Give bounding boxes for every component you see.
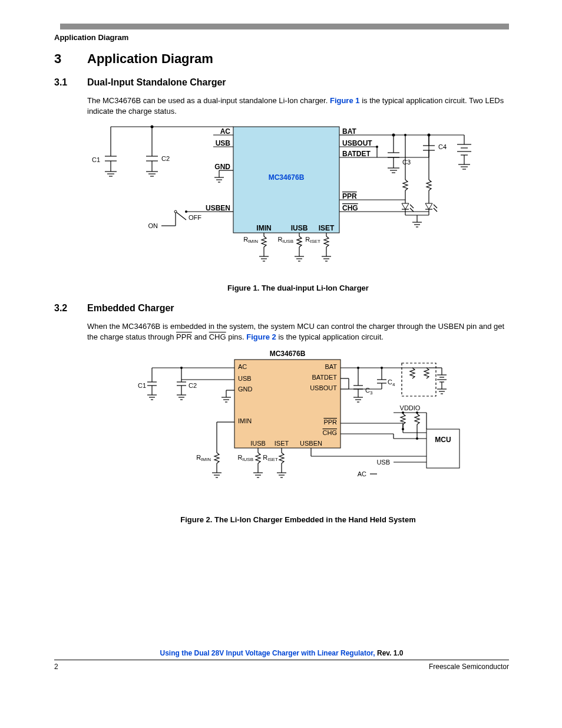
svg-text:RIUSB: RIUSB bbox=[277, 236, 293, 244]
section-title: Application Diagram bbox=[87, 51, 213, 66]
svg-point-52 bbox=[174, 210, 177, 213]
subsection-heading: 3.2Embedded Charger bbox=[54, 303, 509, 314]
header-rule bbox=[60, 24, 509, 29]
svg-line-114 bbox=[434, 205, 437, 208]
svg-rect-217 bbox=[427, 429, 459, 468]
svg-text:C1: C1 bbox=[138, 382, 146, 389]
svg-text:RISET: RISET bbox=[263, 454, 278, 462]
svg-text:AC: AC bbox=[358, 470, 366, 477]
svg-point-227 bbox=[416, 437, 418, 440]
svg-text:MC34676B: MC34676B bbox=[270, 350, 306, 358]
svg-text:GND: GND bbox=[214, 163, 230, 171]
footer-rule bbox=[54, 660, 509, 660]
text: and bbox=[192, 332, 209, 341]
figure-2: MC34676B AC USB GND IMIN BAT BATDET USBO… bbox=[87, 347, 509, 524]
circuit-diagram-1: MC34676B AC USB GND USBEN BAT USBOUT BAT… bbox=[87, 121, 476, 280]
paragraph: The MC34676B can be used as a dual-input… bbox=[87, 95, 509, 116]
subsection-title: Dual-Input Standalone Charger bbox=[87, 77, 226, 87]
svg-text:VDDIO: VDDIO bbox=[400, 404, 421, 411]
svg-text:PPR: PPR bbox=[323, 419, 337, 426]
svg-text:USBEN: USBEN bbox=[300, 440, 322, 447]
svg-point-214 bbox=[416, 411, 418, 414]
svg-text:MCU: MCU bbox=[435, 436, 451, 444]
document-page: Application Diagram 3Application Diagram… bbox=[0, 0, 562, 684]
circuit-diagram-2: MC34676B AC USB GND IMIN BAT BATDET USBO… bbox=[87, 347, 464, 512]
svg-text:GND: GND bbox=[238, 386, 253, 393]
text: is the typical application circuit. bbox=[276, 332, 384, 341]
subsection-number: 3.1 bbox=[54, 77, 87, 88]
svg-text:BATDET: BATDET bbox=[312, 374, 337, 381]
svg-line-115 bbox=[434, 208, 437, 212]
svg-text:USB: USB bbox=[216, 139, 231, 147]
svg-text:ISET: ISET bbox=[319, 224, 335, 232]
section-heading: 3Application Diagram bbox=[54, 51, 509, 67]
svg-point-225 bbox=[402, 428, 404, 430]
svg-text:IUSB: IUSB bbox=[291, 224, 308, 232]
svg-text:BATDET: BATDET bbox=[342, 150, 371, 158]
svg-text:C4: C4 bbox=[438, 143, 447, 150]
figure-xref[interactable]: Figure 1 bbox=[330, 96, 360, 105]
figure-1: MC34676B AC USB GND USBEN BAT USBOUT BAT… bbox=[87, 121, 509, 292]
svg-text:IMIN: IMIN bbox=[256, 224, 271, 232]
company-name: Freescale Semiconductor bbox=[429, 663, 509, 671]
svg-text:C3: C3 bbox=[365, 387, 373, 396]
svg-text:USB: USB bbox=[376, 459, 390, 466]
section-number: 3 bbox=[54, 51, 87, 67]
figure-caption: Figure 1. The dual-input Li-Ion Charger bbox=[87, 284, 509, 292]
svg-line-49 bbox=[176, 212, 186, 220]
page-number: 2 bbox=[54, 663, 58, 671]
subsection-number: 3.2 bbox=[54, 303, 87, 314]
svg-text:BAT: BAT bbox=[325, 363, 337, 370]
svg-text:RISET: RISET bbox=[305, 236, 320, 244]
svg-text:OFF: OFF bbox=[189, 214, 201, 221]
svg-text:RIUSB: RIUSB bbox=[237, 454, 253, 462]
svg-text:C2: C2 bbox=[161, 155, 170, 162]
svg-text:CHG: CHG bbox=[323, 429, 337, 436]
svg-line-107 bbox=[410, 208, 414, 212]
svg-text:MC34676B: MC34676B bbox=[269, 173, 305, 182]
svg-text:C3: C3 bbox=[402, 159, 411, 166]
subsection-title: Embedded Charger bbox=[87, 303, 174, 313]
svg-text:PPR: PPR bbox=[342, 192, 357, 200]
svg-text:IMIN: IMIN bbox=[238, 417, 252, 424]
svg-text:RIMIN: RIMIN bbox=[196, 454, 211, 462]
svg-text:ISET: ISET bbox=[275, 440, 289, 447]
text-overline: CHG bbox=[209, 332, 226, 341]
svg-point-213 bbox=[402, 411, 404, 414]
svg-text:AC: AC bbox=[238, 363, 247, 370]
svg-text:USBOUT: USBOUT bbox=[310, 384, 337, 391]
svg-point-99 bbox=[376, 146, 378, 148]
svg-text:C2: C2 bbox=[189, 382, 197, 389]
svg-marker-112 bbox=[425, 203, 432, 209]
svg-text:BAT: BAT bbox=[342, 127, 356, 136]
footer-rev: Rev. 1.0 bbox=[377, 649, 403, 657]
figure-caption: Figure 2. The Li-Ion Charger Embedded in… bbox=[87, 515, 509, 524]
svg-point-102 bbox=[404, 134, 406, 136]
text-overline: PPR bbox=[176, 332, 192, 341]
svg-point-142 bbox=[180, 367, 183, 369]
text: pins. bbox=[226, 332, 247, 341]
subsection-heading: 3.1Dual-Input Standalone Charger bbox=[54, 77, 509, 88]
svg-text:IUSB: IUSB bbox=[250, 440, 266, 447]
svg-text:AC: AC bbox=[220, 127, 231, 136]
text: The MC34676B can be used as a dual-input… bbox=[87, 96, 330, 105]
svg-text:USBOUT: USBOUT bbox=[342, 139, 372, 147]
svg-text:ON: ON bbox=[148, 222, 158, 229]
svg-text:USB: USB bbox=[238, 375, 252, 382]
paragraph: When the MC34676B is embedded in the sys… bbox=[87, 321, 509, 342]
svg-text:CHG: CHG bbox=[342, 204, 358, 212]
svg-text:USBEN: USBEN bbox=[206, 204, 230, 212]
svg-point-51 bbox=[185, 210, 187, 213]
svg-marker-104 bbox=[402, 203, 409, 209]
svg-line-106 bbox=[410, 205, 414, 208]
running-header: Application Diagram bbox=[54, 33, 509, 42]
svg-text:C1: C1 bbox=[92, 156, 100, 163]
footer-doc-link[interactable]: Using the Dual 28V Input Voltage Charger… bbox=[160, 649, 378, 657]
svg-text:C4: C4 bbox=[388, 378, 395, 387]
svg-text:RIMIN: RIMIN bbox=[243, 236, 258, 244]
page-footer: Using the Dual 28V Input Voltage Charger… bbox=[54, 649, 509, 671]
figure-xref[interactable]: Figure 2 bbox=[246, 332, 276, 341]
